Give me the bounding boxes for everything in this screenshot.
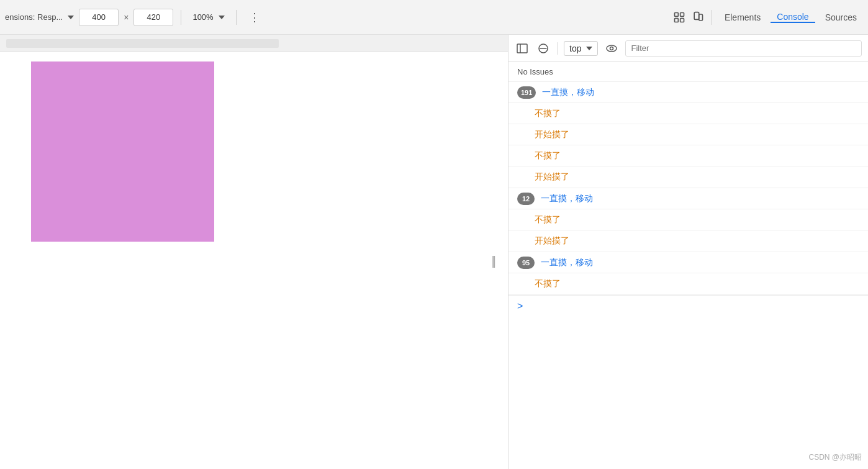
sidebar-toggle-icon[interactable] bbox=[515, 41, 530, 56]
svg-rect-6 bbox=[517, 44, 527, 53]
device-toggle-icon[interactable] bbox=[690, 10, 705, 25]
svg-rect-0 bbox=[674, 12, 678, 16]
message-text: 开始摸了 bbox=[535, 171, 569, 183]
message-text: 不摸了 bbox=[535, 150, 561, 162]
context-dropdown-arrow bbox=[586, 47, 592, 50]
message-badge-191: 191 bbox=[517, 86, 536, 99]
toolbar-separator-1 bbox=[181, 10, 181, 25]
svg-rect-3 bbox=[680, 18, 684, 22]
height-input[interactable] bbox=[133, 9, 173, 26]
toolbar-more-button[interactable]: ⋮ bbox=[244, 8, 266, 27]
inspect-element-icon[interactable] bbox=[672, 10, 687, 25]
devtools-panel: top No Issues 191 一直摸，移动 bbox=[508, 35, 868, 469]
console-message-row: 不摸了 bbox=[509, 145, 868, 166]
svg-rect-2 bbox=[674, 18, 678, 22]
responsive-selector[interactable]: ensions: Resp... bbox=[5, 12, 74, 22]
message-text: 一直摸，移动 bbox=[542, 87, 594, 98]
top-toolbar: ensions: Resp... × 100% ⋮ El bbox=[0, 0, 868, 35]
console-message-row: 开始摸了 bbox=[509, 166, 868, 188]
context-label: top bbox=[569, 43, 581, 53]
console-message-row: 开始摸了 bbox=[509, 230, 868, 252]
responsive-dropdown-arrow bbox=[68, 16, 74, 19]
preview-url-bar bbox=[6, 39, 279, 48]
dimension-separator: × bbox=[124, 12, 129, 22]
preview-address-bar bbox=[0, 35, 508, 52]
context-selector[interactable]: top bbox=[564, 41, 598, 56]
watermark: CSDN @亦昭昭 bbox=[808, 452, 862, 463]
console-message-group-3: 95 一直摸，移动 不摸了 bbox=[509, 252, 868, 295]
svg-point-10 bbox=[607, 45, 617, 52]
console-prompt-row: > bbox=[509, 295, 868, 317]
console-toolbar: top bbox=[509, 35, 868, 62]
no-issues-label: No Issues bbox=[509, 62, 868, 82]
svg-rect-5 bbox=[699, 14, 703, 20]
toolbar-separator-2 bbox=[236, 10, 237, 25]
console-message-row: 191 一直摸，移动 bbox=[509, 82, 868, 103]
console-filter-input[interactable] bbox=[625, 40, 862, 57]
console-message-row: 95 一直摸，移动 bbox=[509, 252, 868, 273]
message-text: 一直摸，移动 bbox=[541, 257, 593, 268]
console-message-row: 不摸了 bbox=[509, 273, 868, 294]
pink-box bbox=[31, 61, 214, 242]
message-text: 一直摸，移动 bbox=[541, 193, 593, 204]
console-message-row: 不摸了 bbox=[509, 209, 868, 230]
console-message-row: 12 一直摸，移动 bbox=[509, 188, 868, 209]
preview-content: || bbox=[0, 52, 508, 469]
zoom-value: 100% bbox=[192, 12, 213, 22]
console-toolbar-sep bbox=[557, 42, 558, 55]
message-text: 不摸了 bbox=[535, 278, 561, 289]
console-message-row: 开始摸了 bbox=[509, 124, 868, 145]
console-message-group-2: 12 一直摸，移动 不摸了 开始摸了 bbox=[509, 188, 868, 252]
drag-handle[interactable]: || bbox=[492, 255, 494, 267]
message-text: 不摸了 bbox=[535, 214, 561, 225]
console-message-group-1: 191 一直摸，移动 不摸了 开始摸了 不摸了 开始摸了 bbox=[509, 82, 868, 188]
elements-tab-label[interactable]: Elements bbox=[718, 12, 767, 22]
clear-console-icon[interactable] bbox=[536, 41, 551, 56]
message-text: 开始摸了 bbox=[535, 129, 569, 140]
message-badge-12: 12 bbox=[517, 193, 535, 205]
toolbar-separator-3 bbox=[712, 10, 712, 25]
console-message-row: 不摸了 bbox=[509, 103, 868, 124]
console-prompt-arrow[interactable]: > bbox=[517, 301, 523, 312]
console-tab-label[interactable]: Console bbox=[771, 12, 815, 23]
console-messages: No Issues 191 一直摸，移动 不摸了 开始摸了 不摸了 开始摸了 bbox=[509, 62, 868, 469]
width-input[interactable] bbox=[79, 9, 119, 26]
main-content: || top bbox=[0, 35, 868, 469]
responsive-label: ensions: Resp... bbox=[5, 12, 63, 22]
message-text: 不摸了 bbox=[535, 108, 561, 119]
message-badge-95: 95 bbox=[517, 257, 535, 269]
message-text: 开始摸了 bbox=[535, 235, 569, 247]
preview-pane: || bbox=[0, 35, 508, 469]
watch-expressions-icon[interactable] bbox=[604, 41, 619, 56]
svg-rect-4 bbox=[694, 12, 699, 19]
svg-point-11 bbox=[610, 47, 613, 50]
zoom-dropdown-arrow bbox=[219, 16, 225, 19]
sources-tab-label[interactable]: Sources bbox=[819, 12, 863, 22]
svg-rect-1 bbox=[680, 12, 684, 16]
zoom-selector[interactable]: 100% bbox=[189, 11, 228, 23]
